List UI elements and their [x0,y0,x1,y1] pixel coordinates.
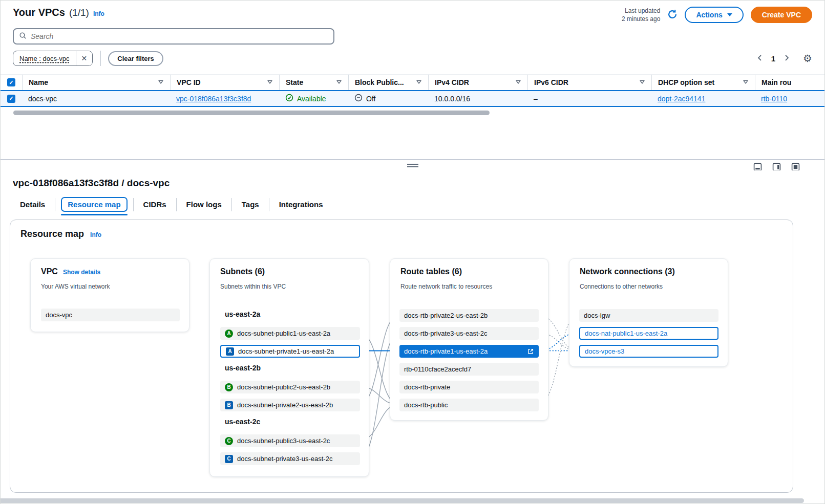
current-page[interactable]: 1 [771,54,775,63]
route-table-node[interactable]: docs-rtb-public [399,399,539,411]
public-subnet-badge: B [225,383,233,391]
tab-divider [55,198,55,211]
dhcp-option-set-link[interactable]: dopt-2ac94141 [658,95,705,103]
column-header-state[interactable]: State [279,75,348,90]
previous-page-button[interactable] [757,54,763,63]
tab-divider [176,198,177,211]
vpc-count: (1/1) [69,7,89,18]
subnet-node-private3[interactable]: C docs-subnet-private3-us-east-2c [220,452,360,465]
route-table-label: docs-rtb-public [404,401,448,409]
route-table-node[interactable]: docs-rtb-private2-us-east-2b [399,309,539,322]
public-subnet-badge: A [225,330,233,338]
column-label: DHCP option set [658,78,714,86]
tab-integrations[interactable]: Integrations [279,197,323,212]
subnets-card: Subnets (6) Subnets within this VPC us-e… [209,258,369,477]
info-link[interactable]: Info [93,10,104,17]
column-label: State [286,78,303,86]
route-table-label: rtb-0110cface2acecfd7 [404,365,471,373]
search-box[interactable] [13,28,334,45]
clear-filters-button[interactable]: Clear filters [108,51,163,66]
actions-button[interactable]: Actions [685,7,743,23]
column-label: Block Public... [355,78,404,86]
connection-node-nat[interactable]: docs-nat-public1-us-east-2a [579,327,718,340]
resource-map-info-link[interactable]: Info [90,231,101,238]
filter-token: Name : docs-vpc ✕ [13,51,93,66]
search-input[interactable] [31,32,328,40]
pagination: 1 ⚙ [757,53,812,63]
connection-node-vpce[interactable]: docs-vpce-s3 [579,345,718,358]
table-header-row: ✓ Name VPC ID State Block Public... [1,75,824,90]
refresh-icon [667,9,678,21]
table-row[interactable]: ✓ docs-vpc vpc-018f086a13f3c3f8d Availab… [1,90,824,107]
vpc-card-subtitle: Your AWS virtual network [41,283,110,290]
filter-caret-icon[interactable] [515,78,521,86]
tab-cidrs[interactable]: CIDRs [143,197,166,212]
page-title: Your VPCs [13,7,65,18]
create-vpc-button[interactable]: Create VPC [751,7,812,23]
subnet-node-private1[interactable]: A docs-subnet-private1-us-east-2a [220,345,360,358]
vpc-node[interactable]: docs-vpc [41,309,180,321]
vpc-table: ✓ Name VPC ID State Block Public... [1,74,824,107]
network-connections-card-title: Network connections (3) [580,267,675,276]
route-table-node-selected[interactable]: docs-rtb-private1-us-east-2a [399,345,539,358]
next-page-button[interactable] [784,54,790,63]
route-tables-card-subtitle: Route network traffic to resources [400,283,492,290]
tab-tags[interactable]: Tags [242,197,259,212]
tab-details[interactable]: Details [20,197,45,212]
row-checkbox-checked-icon[interactable]: ✓ [7,95,15,103]
chevron-left-icon [757,54,763,63]
route-table-node[interactable]: rtb-0110cface2acecfd7 [399,363,539,376]
remove-filter-button[interactable]: ✕ [76,51,93,65]
filter-caret-icon[interactable] [416,78,422,86]
drag-handle-icon[interactable] [407,164,418,169]
detail-title: vpc-018f086a13f3c3f8d / docs-vpc [13,178,824,189]
select-all-checkbox[interactable]: ✓ [1,75,22,90]
filter-token-label[interactable]: Name : docs-vpc [13,51,76,65]
network-connections-card: Network connections (3) Connections to o… [569,258,728,367]
resource-map-container: Resource map Info VPC [10,220,793,493]
route-table-node[interactable]: docs-rtb-private3-us-east-2c [399,327,539,340]
column-header-name[interactable]: Name [22,75,170,90]
show-details-link[interactable]: Show details [63,269,100,276]
block-public-cell: Off [366,95,375,103]
filter-caret-icon[interactable] [158,78,164,86]
column-label: VPC ID [177,78,201,86]
connection-node-igw[interactable]: docs-igw [579,309,718,322]
filter-separator [100,51,101,66]
vpc-name-cell: docs-vpc [28,95,57,103]
subnet-node-public3[interactable]: C docs-subnet-public3-us-east-2c [220,434,360,447]
filter-caret-icon[interactable] [267,78,273,86]
filter-caret-icon[interactable] [743,78,749,86]
external-link-icon[interactable] [527,348,534,355]
tab-resource-map[interactable]: Resource map [61,197,127,212]
tab-flow-logs[interactable]: Flow logs [186,197,222,212]
refresh-button[interactable] [667,9,678,21]
table-preferences-button[interactable]: ⚙ [803,53,812,63]
column-header-dhcp-option-set[interactable]: DHCP option set [651,75,755,90]
page-horizontal-scrollbar[interactable] [1,498,804,503]
subnet-label: docs-subnet-public3-us-east-2c [237,437,330,445]
subnet-label: docs-subnet-public1-us-east-2a [237,330,330,337]
column-header-vpc-id[interactable]: VPC ID [170,75,279,90]
filter-caret-icon[interactable] [336,78,342,86]
horizontal-scrollbar[interactable] [13,111,490,115]
vpc-card-title: VPC [41,267,58,276]
main-route-table-link[interactable]: rtb-0110 [761,95,787,103]
checkbox-checked-icon[interactable]: ✓ [7,78,15,86]
column-header-ipv6-cidr[interactable]: IPv6 CIDR [527,75,651,90]
ipv6-cidr-cell: – [534,95,538,103]
connection-label: docs-nat-public1-us-east-2a [585,330,667,337]
vpc-card: VPC Show details Your AWS virtual networ… [30,258,189,332]
tab-divider [231,198,232,211]
route-table-node[interactable]: docs-rtb-private [399,381,539,393]
vpc-id-link[interactable]: vpc-018f086a13f3c3f8d [176,95,251,103]
list-header: Your VPCs (1/1) Info Last updated 2 minu… [1,1,824,23]
column-header-main-route-table[interactable]: Main rou [755,75,824,90]
route-table-label: docs-rtb-private1-us-east-2a [404,347,488,355]
subnet-node-public2[interactable]: B docs-subnet-public2-us-east-2b [220,381,360,393]
column-header-ipv4-cidr[interactable]: IPv4 CIDR [428,75,527,90]
subnet-node-private2[interactable]: B docs-subnet-private2-us-east-2b [220,399,360,411]
subnet-node-public1[interactable]: A docs-subnet-public1-us-east-2a [220,327,360,340]
column-header-block-public[interactable]: Block Public... [348,75,428,90]
filter-caret-icon[interactable] [639,78,645,86]
